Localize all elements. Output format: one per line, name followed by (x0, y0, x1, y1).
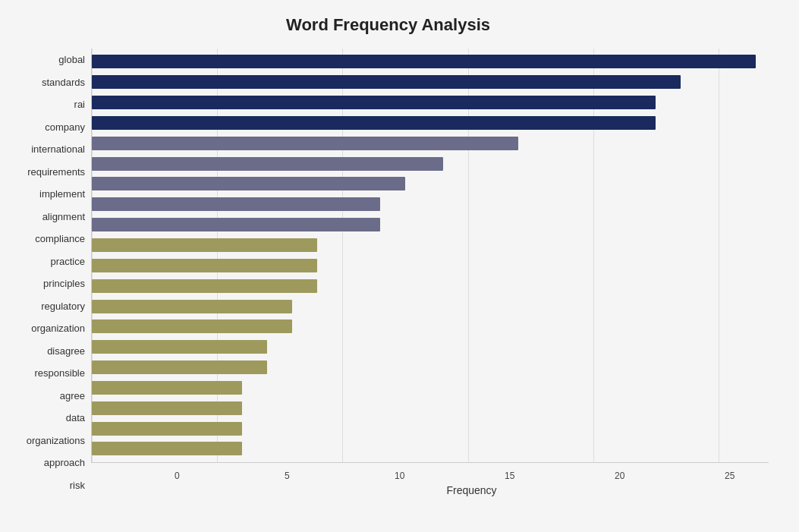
y-label: standards (42, 77, 85, 87)
y-label: principles (43, 279, 85, 288)
bar-row (92, 196, 769, 212)
bar-row (92, 298, 769, 315)
bar-row (92, 115, 769, 131)
y-label: disagree (47, 346, 85, 356)
bar (92, 96, 656, 109)
bar (92, 238, 317, 252)
y-label: data (66, 413, 85, 423)
y-axis: globalstandardsraicompanyinternationalre… (8, 49, 91, 496)
bar (92, 442, 242, 455)
bar-row (92, 135, 769, 152)
chart-container: Word Frequency Analysis globalstandardsr… (0, 0, 799, 532)
bar-row (92, 94, 769, 111)
bar (92, 300, 292, 313)
bar (92, 320, 292, 333)
bar (92, 259, 317, 272)
bar (92, 381, 242, 395)
bar (92, 422, 242, 436)
bar-row (92, 379, 769, 396)
bar-row (92, 400, 769, 417)
bar-row (92, 359, 769, 376)
y-label: company (45, 122, 85, 132)
bar (92, 55, 756, 68)
y-label: rai (74, 99, 85, 109)
chart-area: globalstandardsraicompanyinternationalre… (8, 49, 769, 496)
bars-area (91, 49, 769, 463)
bar-row (92, 53, 769, 70)
bar (92, 401, 242, 415)
bar (92, 360, 267, 374)
bar-row (92, 216, 769, 233)
y-label: international (31, 144, 85, 154)
bar-row (92, 156, 769, 172)
bar (92, 197, 380, 211)
y-label: responsible (35, 368, 86, 378)
bar-row (92, 318, 769, 335)
x-axis-title: Frequency (175, 484, 769, 496)
bar-row (92, 237, 769, 253)
bar-row (92, 420, 769, 437)
y-label: agree (60, 391, 85, 401)
chart-title: Word Frequency Analysis (8, 15, 769, 35)
bar (92, 340, 267, 354)
y-label: approach (44, 458, 85, 467)
y-label: global (58, 55, 85, 65)
bar-row (92, 257, 769, 274)
bar (92, 75, 681, 89)
y-label: practice (50, 257, 85, 266)
bar (92, 116, 656, 130)
y-label: requirements (27, 167, 85, 177)
bar (92, 218, 380, 231)
y-label: implement (39, 189, 85, 199)
bar-row (92, 278, 769, 294)
bar (92, 177, 405, 190)
bar (92, 279, 317, 293)
bar (92, 157, 443, 171)
bar-row (92, 440, 769, 457)
y-label: regulatory (41, 301, 85, 311)
y-label: organization (31, 323, 85, 333)
bar-row (92, 338, 769, 355)
bar-row (92, 175, 769, 192)
bar (92, 137, 518, 150)
y-label: organizations (27, 436, 85, 445)
bar-row (92, 74, 769, 90)
y-label: risk (70, 480, 85, 490)
y-label: compliance (35, 234, 85, 244)
y-label: alignment (42, 212, 85, 222)
